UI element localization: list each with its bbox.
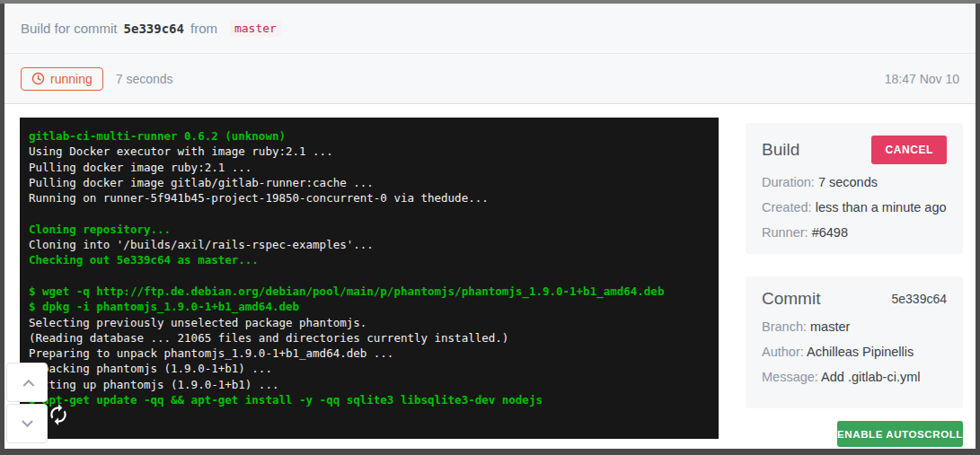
commit-info-rows: Branch: masterAuthor: Achilleas Pipinell… bbox=[762, 319, 947, 384]
commit-panel: Commit 5e339c64 Branch: masterAuthor: Ac… bbox=[746, 276, 963, 408]
build-panel-title: Build bbox=[762, 140, 799, 160]
build-panel-header: Build CANCEL bbox=[762, 136, 947, 164]
terminal-line: $ apt-get update -qq && apt-get install … bbox=[29, 392, 710, 407]
header-prefix: Build for commit bbox=[21, 21, 118, 36]
info-value: less than a minute ago bbox=[816, 200, 947, 214]
build-trace-terminal[interactable]: gitlab-ci-multi-runner 0.6.2 (unknown)Us… bbox=[20, 118, 719, 439]
branch-link[interactable]: master bbox=[230, 20, 281, 37]
info-row: Runner: #6498 bbox=[762, 225, 947, 240]
info-row: Branch: master bbox=[762, 319, 947, 334]
terminal-line: Unpacking phantomjs (1.9.0-1+b1) ... bbox=[29, 361, 710, 376]
info-row: Duration: 7 seconds bbox=[762, 175, 947, 189]
info-row: Message: Add .gitlab-ci.yml bbox=[762, 370, 947, 384]
info-value: 7 seconds bbox=[818, 175, 878, 189]
info-label: Created: bbox=[762, 200, 816, 214]
info-row: Author: Achilleas Pipinellis bbox=[762, 345, 947, 359]
terminal-line: Preparing to unpack phantomjs_1.9.0-1+b1… bbox=[29, 346, 710, 361]
terminal-line: Pulling docker image ruby:2.1 ... bbox=[29, 160, 710, 175]
info-row: Created: less than a minute ago bbox=[762, 200, 947, 214]
build-page: Build for commit 5e339c64 from master ru… bbox=[0, 0, 980, 455]
terminal-line bbox=[29, 268, 710, 284]
status-bar: running 7 seconds 18:47 Nov 10 bbox=[4, 54, 976, 104]
terminal-line: Cloning into '/builds/axil/rails-rspec-e… bbox=[29, 237, 710, 252]
chevron-down-icon bbox=[22, 416, 33, 427]
terminal-line: Cloning repository... bbox=[29, 222, 710, 237]
build-info-rows: Duration: 7 secondsCreated: less than a … bbox=[762, 175, 947, 240]
info-label: Message: bbox=[762, 370, 821, 384]
terminal-line: Checking out 5e339c64 as master... bbox=[29, 252, 710, 267]
info-value: Achilleas Pipinellis bbox=[807, 345, 914, 359]
terminal-line: Setting up phantomjs (1.9.0-1+b1) ... bbox=[29, 377, 710, 392]
terminal-line: $ dpkg -i phantomjs_1.9.0-1+b1_amd64.deb bbox=[29, 299, 710, 314]
header-from-label: from bbox=[190, 21, 217, 36]
terminal-line: gitlab-ci-multi-runner 0.6.2 (unknown) bbox=[29, 128, 710, 144]
page-content: Build for commit 5e339c64 from master ru… bbox=[4, 4, 976, 449]
commit-sha[interactable]: 5e339c64 bbox=[891, 292, 947, 306]
build-header: Build for commit 5e339c64 from master bbox=[4, 4, 976, 54]
scroll-down-button[interactable] bbox=[6, 404, 48, 443]
info-value: master bbox=[810, 319, 850, 334]
refresh-icon bbox=[47, 403, 70, 426]
enable-autoscroll-button[interactable]: ENABLE AUTOSCROLL bbox=[837, 421, 963, 447]
cancel-button[interactable]: CANCEL bbox=[871, 136, 947, 164]
header-commit-sha: 5e339c64 bbox=[124, 22, 184, 36]
terminal-line: Using Docker executor with image ruby:2.… bbox=[29, 144, 710, 159]
commit-panel-header: Commit 5e339c64 bbox=[762, 289, 947, 309]
clock-icon bbox=[31, 72, 45, 85]
status-timestamp: 18:47 Nov 10 bbox=[885, 72, 959, 86]
info-value: #6498 bbox=[812, 225, 848, 240]
info-label: Duration: bbox=[762, 175, 818, 189]
chevron-up-icon bbox=[22, 379, 34, 390]
info-value: Add .gitlab-ci.yml bbox=[821, 370, 920, 384]
terminal-line: Pulling docker image gitlab/gitlab-runne… bbox=[29, 175, 710, 190]
terminal-line: Selecting previously unselected package … bbox=[29, 315, 710, 330]
info-label: Author: bbox=[762, 345, 807, 359]
status-label: running bbox=[50, 72, 93, 86]
terminal-line bbox=[29, 206, 710, 221]
info-label: Branch: bbox=[762, 319, 810, 334]
scroll-up-button[interactable] bbox=[6, 363, 48, 402]
terminal-line: Running on runner-5f941b45-project-19850… bbox=[29, 190, 710, 206]
status-duration: 7 seconds bbox=[116, 72, 173, 86]
terminal-output: gitlab-ci-multi-runner 0.6.2 (unknown)Us… bbox=[29, 128, 710, 407]
status-badge: running bbox=[21, 67, 103, 91]
info-label: Runner: bbox=[762, 225, 812, 240]
terminal-line: $ wget -q http://ftp.de.debian.org/debia… bbox=[29, 284, 710, 299]
build-panel: Build CANCEL Duration: 7 secondsCreated:… bbox=[746, 123, 963, 254]
commit-panel-title: Commit bbox=[762, 289, 820, 309]
terminal-line: (Reading database ... 21065 files and di… bbox=[29, 330, 710, 346]
